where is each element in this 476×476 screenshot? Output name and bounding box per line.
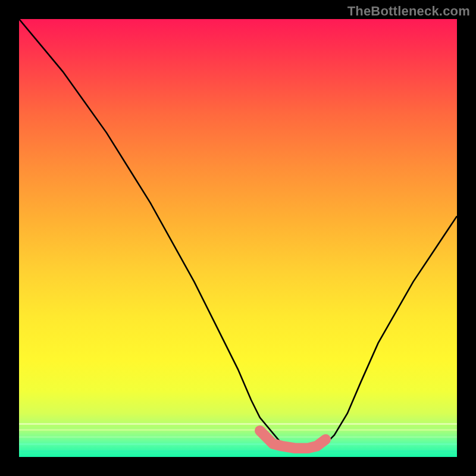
plot-area — [19, 19, 457, 457]
curve-layer — [19, 19, 457, 457]
bottleneck-curve — [19, 19, 457, 448]
watermark-text: TheBottleneck.com — [347, 4, 470, 19]
optimal-marker — [260, 431, 325, 448]
chart-frame: TheBottleneck.com — [0, 0, 476, 476]
